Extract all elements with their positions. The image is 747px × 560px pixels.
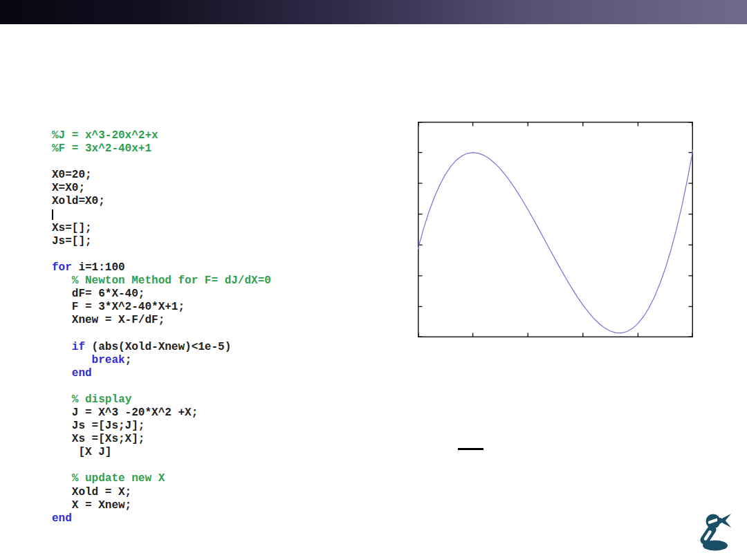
code-line <box>52 459 271 472</box>
code-line: J = X^3 -20*X^2 +X; <box>52 407 271 420</box>
function-curve <box>418 149 693 333</box>
code-line: %F = 3x^2-40x+1 <box>52 142 271 156</box>
code-line: Xs =[Xs;X]; <box>52 433 271 446</box>
code-line: Js=[]; <box>52 235 271 248</box>
code-line: Xs=[]; <box>52 222 271 235</box>
code-line <box>52 209 271 222</box>
header-gradient-bar <box>0 0 747 24</box>
code-line: Js =[Js;J]; <box>52 420 271 433</box>
code-line: Xold = X; <box>52 486 271 499</box>
code-line: X0=20; <box>52 169 271 182</box>
code-line: F = 3*X^2-40*X+1; <box>52 301 271 314</box>
code-line: %J = x^3-20x^2+x <box>52 129 271 142</box>
code-line: [X J] <box>52 446 271 459</box>
code-line: % update new X <box>52 472 271 485</box>
code-line: for i=1:100 <box>52 261 271 274</box>
code-line <box>52 248 271 261</box>
code-line <box>52 380 271 393</box>
code-line: X = Xnew; <box>52 499 271 512</box>
code-line: % display <box>52 393 271 407</box>
cubic-curve-chart <box>418 122 693 337</box>
code-line: Xold=X0; <box>52 195 271 208</box>
robot-arm-icon <box>696 512 735 553</box>
figure-axes <box>418 122 693 337</box>
code-line: if (abs(Xold-Xnew)<1e-5) <box>52 341 271 354</box>
code-line: end <box>52 512 271 525</box>
code-line: dF= 6*X-40; <box>52 288 271 301</box>
matlab-code-block: %J = x^3-20x^2+x%F = 3x^2-40x+1 X0=20;X=… <box>52 129 271 525</box>
code-line <box>52 156 271 169</box>
code-line <box>52 327 271 340</box>
annotation-dash <box>458 448 483 450</box>
presentation-slide: %J = x^3-20x^2+x%F = 3x^2-40x+1 X0=20;X=… <box>0 0 747 560</box>
code-line: X=X0; <box>52 182 271 195</box>
code-line: break; <box>52 354 271 367</box>
code-line: end <box>52 367 271 380</box>
code-line: Xnew = X-F/dF; <box>52 314 271 327</box>
text-caret <box>52 209 53 220</box>
code-line: % Newton Method for F= dJ/dX=0 <box>52 274 271 288</box>
